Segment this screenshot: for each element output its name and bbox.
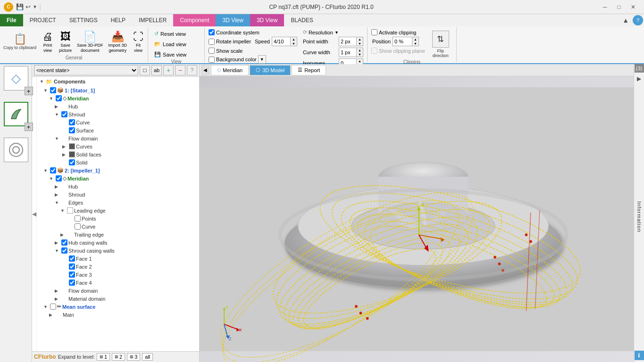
- ring-icon-btn[interactable]: [4, 138, 28, 162]
- tree-item-mean-surface[interactable]: ▼ ✏ Mean surface: [42, 303, 199, 311]
- tree-item-stator-curves[interactable]: ▶ Curves: [61, 142, 199, 150]
- curve-width-value[interactable]: [339, 48, 356, 57]
- activate-clipping-cb[interactable]: Activate clipping: [371, 29, 425, 35]
- speed-up-btn[interactable]: ▲: [290, 37, 297, 41]
- tree-help-btn[interactable]: ?: [187, 65, 197, 75]
- pos-up-btn[interactable]: ▲: [412, 37, 418, 41]
- close-btn[interactable]: ✕: [626, 2, 640, 12]
- tab-meridian[interactable]: ◇ Meridian: [211, 65, 249, 75]
- fit-view-btn[interactable]: ⛶ Fitview: [130, 29, 147, 55]
- tab-project[interactable]: PROJECT: [23, 14, 63, 26]
- tree-item-stator-meridian[interactable]: ▼ ◇ Meridian: [48, 94, 199, 102]
- tree-item-impeller-meridian[interactable]: ▼ ◇ Meridian: [48, 174, 199, 182]
- tree-item-stator-shroud[interactable]: ▼ Shroud: [54, 110, 199, 118]
- pw-down-btn[interactable]: ▼: [356, 41, 363, 46]
- tree-item-le-curve[interactable]: Curve: [67, 222, 199, 230]
- expand-3-btn[interactable]: ⊞ 3: [127, 353, 140, 361]
- tab-help[interactable]: HELP: [104, 14, 132, 26]
- tree-item-stator-shroud-curve[interactable]: Curve: [61, 118, 199, 126]
- save-quick-btn[interactable]: 💾: [16, 3, 24, 11]
- cw-down-btn[interactable]: ▼: [356, 52, 363, 57]
- tree-item-points[interactable]: Points: [67, 214, 199, 222]
- 3d-viewport[interactable]: Y Y X Z: [200, 76, 634, 362]
- help-icon-btn[interactable]: ?: [633, 15, 643, 25]
- speed-down-btn[interactable]: ▼: [290, 41, 297, 46]
- tab-3dview2[interactable]: 3D View: [250, 14, 284, 26]
- tab-settings[interactable]: SETTINGS: [63, 14, 104, 26]
- tree-item-stator-flowdomain[interactable]: ▼ Flow domain: [54, 134, 199, 142]
- tree-item-face4[interactable]: Face 4: [61, 279, 199, 287]
- tree-item-face3[interactable]: Face 3: [61, 271, 199, 279]
- rotate-impeller-cb[interactable]: Rotate impeller: [209, 39, 251, 45]
- tree-item-face1[interactable]: Face 1: [61, 255, 199, 263]
- tree-item-edges[interactable]: ▼ Edges: [54, 198, 199, 206]
- add-mid-btn[interactable]: +: [25, 123, 33, 131]
- tab-3d-model[interactable]: ⬡ 3D Model: [250, 65, 291, 75]
- add-top-btn[interactable]: +: [25, 87, 33, 95]
- tree-item-hub-casing[interactable]: ▶ Hub casing walls: [54, 239, 199, 247]
- minimize-btn[interactable]: ─: [598, 2, 612, 12]
- expand-2-btn[interactable]: ⊞ 2: [112, 353, 125, 361]
- collapse-right-btn[interactable]: ▶: [635, 74, 644, 83]
- tab-3dview1[interactable]: 3D View: [216, 14, 250, 26]
- coordinate-system-cb[interactable]: Coordinate system: [209, 29, 297, 35]
- tree-item-impeller-flowdomain[interactable]: ▶ Flow domain: [54, 287, 199, 295]
- cw-up-btn[interactable]: ▲: [356, 48, 363, 52]
- background-color-cb[interactable]: Background color: [209, 57, 257, 63]
- position-value[interactable]: [393, 37, 412, 46]
- tree-item-stator1[interactable]: ▼ 📦 1: [Stator_1]: [42, 86, 199, 94]
- tree-item-impeller-hub[interactable]: ▶ Hub: [54, 182, 199, 190]
- tree-item-impeller1[interactable]: ▼ 📦 2: [Impeller_1]: [42, 166, 199, 174]
- pw-up-btn[interactable]: ▲: [356, 37, 363, 41]
- tree-new-btn[interactable]: □: [140, 65, 150, 75]
- pos-down-btn[interactable]: ▼: [412, 41, 418, 46]
- tree-item-stator-hub[interactable]: ▶ Hub: [54, 102, 199, 110]
- show-clipping-plane-cb[interactable]: Show clipping plane: [371, 48, 425, 54]
- tree-item-stator-shroud-surface[interactable]: Surface: [61, 126, 199, 134]
- save-picture-btn[interactable]: 🖼 Savepicture: [57, 29, 74, 55]
- svg-point-27: [355, 305, 358, 308]
- tree-item-material-domain[interactable]: ▶ Material domain: [54, 295, 199, 303]
- info-icon-btn[interactable]: ℹ: [635, 351, 644, 360]
- background-dropdown-btn[interactable]: ▼: [258, 55, 266, 64]
- iso-up-btn[interactable]: ▲: [356, 59, 363, 63]
- save-3dpdf-btn[interactable]: 📄 Save 3D-PDFdocument: [75, 29, 106, 55]
- flip-direction-btn[interactable]: ⇅ Flipdirection: [429, 29, 452, 59]
- tab-report[interactable]: ☰ Report: [292, 65, 326, 75]
- tree-item-components[interactable]: ▼ 📁 Components: [37, 77, 199, 86]
- copy-clipboard-btn[interactable]: 📋 Copy to clipboard: [1, 32, 39, 52]
- tree-item-face2[interactable]: Face 2: [61, 263, 199, 271]
- expand-all-btn[interactable]: all: [142, 353, 153, 361]
- tree-item-stator-solid[interactable]: Solid: [61, 158, 199, 166]
- tab-impeller[interactable]: IMPELLER: [132, 14, 173, 26]
- tree-item-trailing-edge[interactable]: ▶ Trailing edge: [59, 230, 199, 239]
- tab-file[interactable]: File: [0, 14, 23, 26]
- maximize-btn[interactable]: □: [612, 2, 626, 12]
- speed-input[interactable]: [272, 37, 290, 46]
- tree-add-btn[interactable]: +: [163, 65, 174, 75]
- import-3d-btn[interactable]: 📥 Import 3Dgeometry: [106, 29, 130, 55]
- undo-btn[interactable]: ↩: [25, 3, 31, 11]
- point-width-value[interactable]: [339, 37, 356, 46]
- state-selector[interactable]: <recent state>: [34, 65, 138, 75]
- tree-rename-btn[interactable]: ab: [151, 65, 162, 75]
- tab-component[interactable]: Component: [173, 14, 216, 26]
- collapse-tree-btn[interactable]: ◀: [201, 65, 209, 75]
- tree-item-impeller-shroud[interactable]: ▶ Shroud: [54, 190, 199, 198]
- ribbon-collapse-btn[interactable]: ▲: [619, 14, 632, 26]
- tree-remove-btn[interactable]: −: [175, 65, 185, 75]
- print-view-btn[interactable]: 🖨 Printview: [39, 29, 56, 55]
- show-scale-cb[interactable]: Show scale: [209, 48, 297, 54]
- tree-item-shroud-casing[interactable]: ▼ Shroud casing walls: [54, 247, 199, 255]
- tab-blades[interactable]: BLADES: [284, 14, 319, 26]
- tree-item-stator-solidfaces[interactable]: ▶ Solid faces: [61, 150, 199, 158]
- tree-item-leading-edge[interactable]: ▼ Leading edge: [59, 206, 199, 214]
- expand-1-btn[interactable]: ⊞ 1: [97, 353, 110, 361]
- expand-label: Expand to level:: [58, 354, 95, 360]
- load-view-btn[interactable]: 📂 Load view: [152, 40, 201, 49]
- resolution-btn[interactable]: ⟳ Resolution ▼: [303, 29, 363, 35]
- save-view-btn[interactable]: 💾 Save view: [152, 50, 201, 59]
- hub-casing-label: Hub casing walls: [68, 240, 108, 246]
- reset-view-btn[interactable]: ↺ Reset view: [152, 29, 201, 38]
- tree-item-main[interactable]: ▶ Main: [48, 311, 199, 319]
